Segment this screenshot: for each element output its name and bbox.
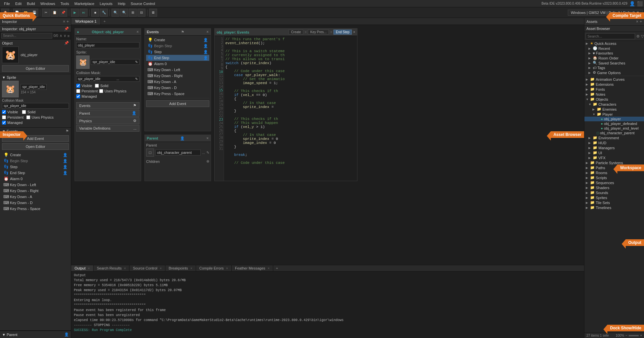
sprite-edit-icon[interactable]: ✎ (135, 60, 138, 64)
sprite-field[interactable]: spr_player_idle ✎ (91, 59, 139, 65)
output-tab-search[interactable]: Search Results × (94, 265, 130, 271)
obj-uses-physics-checkbox[interactable] (99, 89, 103, 93)
sprite-name-field[interactable]: spr_player_idle (21, 84, 47, 90)
feather-tab-close[interactable]: × (268, 267, 270, 270)
obj-solid-checkbox[interactable] (95, 84, 99, 88)
zoom-out-btn[interactable]: 🔍 (120, 9, 128, 17)
menu-help[interactable]: Help (115, 1, 128, 6)
tags-item[interactable]: ▶ 🏷 Tags (584, 65, 644, 70)
output-tab-add[interactable]: + (273, 265, 281, 271)
output-tab-close[interactable]: × (88, 267, 90, 270)
game-options-item[interactable]: ▶ ⚙ Game Options (584, 70, 644, 75)
sequences-item[interactable]: ▶ 📁 Sequences (584, 180, 644, 185)
open-editor-btn[interactable]: Open Editor (2, 65, 69, 72)
obj-player-item[interactable]: ● obj_player (584, 117, 644, 121)
ev-alarm0[interactable]: ⏰ Alarm 0 (146, 61, 209, 67)
output-tab-breakpoints[interactable]: Breakpoints × (165, 265, 196, 271)
parent-close-btn[interactable]: × (206, 136, 209, 141)
open-editor-btn2-inspector[interactable]: Open Editor (2, 143, 69, 150)
events-section-btn[interactable]: Events ⚑ (76, 102, 139, 109)
asset-browser-add[interactable]: + (640, 19, 642, 24)
event-key-left[interactable]: ⌨ Key Down - Left (2, 182, 69, 188)
ev-key-right[interactable]: ⌨ Key Down - Right (146, 73, 209, 79)
events-flag-btn[interactable]: ⚑ (181, 30, 184, 34)
extensions-item[interactable]: ▶ 📁 Extensions (584, 82, 644, 87)
event-key-space[interactable]: ⌨ Key Press - Space (2, 206, 69, 212)
menu-layouts[interactable]: Layouts (97, 1, 115, 6)
collision-pencil-icon[interactable]: ✎ (135, 77, 138, 81)
player-folder-item[interactable]: ▼ 📁 Player (584, 112, 644, 117)
zoom-minus[interactable]: − (625, 334, 627, 337)
monitor-btn[interactable]: 🖥 (149, 9, 157, 17)
menu-source-control[interactable]: Source Control (128, 1, 158, 6)
sounds-item[interactable]: ▶ 📁 Sounds (584, 190, 644, 195)
event-key-a[interactable]: ⌨ Key Down - A (2, 194, 69, 200)
asset-filter-icon[interactable]: ⚙ (636, 34, 640, 39)
persistent-checkbox[interactable] (2, 115, 6, 119)
event-key-right[interactable]: ⌨ Key Down - Right (2, 188, 69, 194)
code-content[interactable]: // This runs the parent's f event_inheri… (224, 36, 286, 181)
ui-item[interactable]: ▶ 📁 UI (584, 150, 644, 155)
create-close[interactable]: × (305, 30, 307, 34)
physics-section-btn[interactable]: Physics ⚙ (76, 117, 139, 124)
event-begin-step[interactable]: 👣 Begin Step 👤 (2, 158, 69, 164)
asset-view-icon[interactable]: ▽ (641, 34, 644, 39)
inspector-close[interactable]: × (63, 19, 65, 24)
tile-sets-item[interactable]: ▶ 📁 Tile Sets (584, 200, 644, 205)
create-tab[interactable]: Create (289, 30, 303, 35)
source-tab-close[interactable]: × (160, 267, 162, 270)
hud-item[interactable]: ▶ 📁 HUD (584, 140, 644, 145)
parent-more-btn[interactable]: ... (202, 151, 205, 155)
characters-folder-item[interactable]: ▼ 📁 Characters (584, 102, 644, 107)
clean-btn[interactable]: 🔧 (100, 9, 108, 17)
search-tab-close[interactable]: × (124, 267, 126, 270)
keypres-tab[interactable]: Key Pres... (308, 30, 329, 35)
room-order-item[interactable]: ▶ 🏠 Room Order (584, 56, 644, 60)
obj-char-parent-item[interactable]: □ obj_character_parent (584, 131, 644, 135)
asset-search-input[interactable] (586, 33, 635, 39)
output-tab-compile-errors[interactable]: Compile Errors × (196, 265, 232, 271)
saved-searches-item[interactable]: ▶ 🔍 Saved Searches (584, 60, 644, 65)
obj-player-end-level-item[interactable]: ● obj_player_end_level (584, 126, 644, 131)
menu-icon[interactable]: ≡ (68, 34, 70, 38)
managers-item[interactable]: ▶ 📁 Managers (584, 145, 644, 150)
compile-errors-tab-close[interactable]: × (226, 267, 228, 270)
output-tab-output[interactable]: Output × (71, 265, 94, 271)
menu-marketplace[interactable]: Marketplace (72, 1, 97, 6)
end-step-close[interactable]: × (353, 30, 355, 34)
add-event-btn[interactable]: Add Event (146, 100, 209, 107)
children-add-icon[interactable]: ⊕ (206, 159, 209, 164)
inspector-pin[interactable]: 📌 (64, 27, 69, 31)
event-key-d[interactable]: ⌨ Key Down - D (2, 200, 69, 206)
inspector-add[interactable]: + (67, 19, 69, 24)
event-create[interactable]: 💡 Create 👤 (2, 152, 69, 158)
ev-create[interactable]: 💡 Create 👤 (146, 37, 209, 43)
quick-access-item[interactable]: ▶ ★ Quick Access (584, 41, 644, 46)
paste-btn[interactable]: 📌 (59, 9, 67, 17)
obj-persistent-checkbox[interactable] (76, 89, 80, 93)
enemies-folder-item[interactable]: ▶ 📁 Enemies (584, 107, 644, 112)
timelines-item[interactable]: ▶ 📁 Timelines (584, 205, 644, 210)
output-tab-source[interactable]: Source Control × (129, 265, 165, 271)
ev-end-step[interactable]: 👣 End Step 👤 (146, 55, 209, 61)
workspace-tab-1[interactable]: Workspace 1 (71, 18, 101, 25)
name-input[interactable]: obj_player (76, 42, 139, 48)
object-pin-icon[interactable]: 📌 (64, 41, 69, 45)
object-editor-close[interactable]: × (136, 30, 139, 34)
workspace-add-tab[interactable]: + (101, 18, 108, 25)
user-icon[interactable]: 👤 (629, 1, 635, 6)
shaders-item[interactable]: ▶ 📁 Shaders (584, 185, 644, 190)
parent-person-btn[interactable]: 👤 (180, 136, 185, 141)
obj-visible-checkbox[interactable] (76, 84, 80, 88)
scripts-item[interactable]: ▶ 📁 Scripts (584, 175, 644, 180)
sprites-item[interactable]: ▶ 📁 Sprites (584, 195, 644, 200)
ev-step[interactable]: 👣 Step 👤 (146, 49, 209, 55)
chevron-down-icon[interactable]: ∨ (64, 34, 66, 38)
chevron-up-icon[interactable]: ∧ (60, 34, 62, 38)
notes-item[interactable]: ▶ 📁 Notes (584, 92, 644, 97)
breakpoints-tab-close[interactable]: × (190, 267, 192, 270)
recent-item[interactable]: ▶ 🕐 Recent (584, 46, 644, 51)
menu-edit[interactable]: Edit (13, 1, 24, 6)
asset-browser-close[interactable]: × (636, 19, 638, 24)
menu-tools[interactable]: Tools (58, 1, 72, 6)
